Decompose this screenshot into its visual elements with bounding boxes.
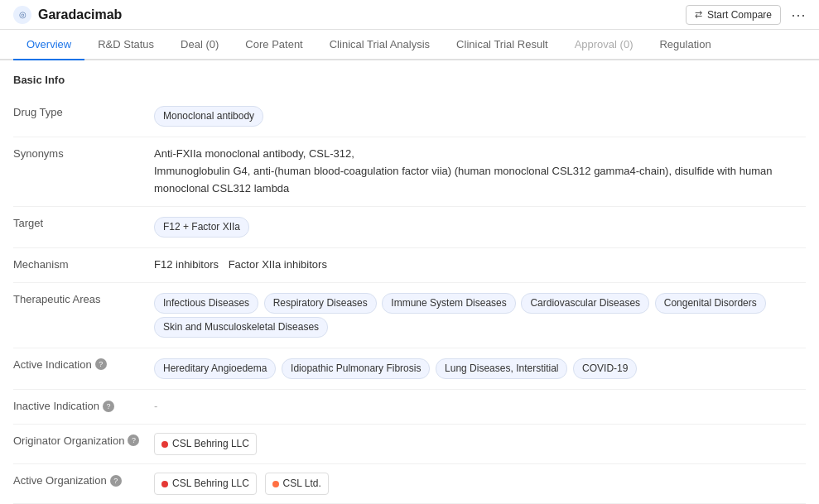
app-logo: ◎: [13, 6, 31, 24]
synonyms-row: Synonyms Anti-FXIIa monoclonal antibody,…: [13, 137, 806, 206]
mechanism-item-1: F12 inhibitors: [154, 258, 219, 271]
header-left: ◎ Garadacimab: [13, 6, 122, 24]
app-header: ◎ Garadacimab ⇄ Start Compare ⋯: [0, 0, 819, 30]
synonyms-value: Anti-FXIIa monoclonal antibody, CSL-312,…: [154, 146, 806, 197]
active-indication-label: Active Indication ?: [13, 357, 154, 371]
therapeutic-areas-row: Therapeutic Areas Infectious Diseases Re…: [13, 283, 806, 348]
originator-org-name-1: CSL Behring LLC: [172, 436, 249, 452]
originator-org-value: CSL Behring LLC: [154, 433, 806, 455]
therapeutic-area-tag-1[interactable]: Infectious Diseases: [154, 293, 258, 314]
originator-org-help-icon[interactable]: ?: [128, 434, 139, 446]
tab-core-patent[interactable]: Core Patent: [232, 30, 316, 60]
active-org-value: CSL Behring LLC CSL Ltd.: [154, 473, 806, 495]
therapeutic-area-tag-3[interactable]: Immune System Diseases: [382, 293, 515, 314]
nav-tabs: Overview R&D Status Deal (0) Core Patent…: [0, 30, 819, 60]
inactive-indication-label: Inactive Indication ?: [13, 398, 154, 412]
therapeutic-area-tag-2[interactable]: Respiratory Diseases: [264, 293, 377, 314]
org-dot-red: [161, 441, 168, 448]
synonyms-line1: Anti-FXIIa monoclonal antibody, CSL-312,: [154, 146, 806, 163]
active-indication-value: Hereditary Angioedema Idiopathic Pulmona…: [154, 357, 806, 381]
target-row: Target F12 + Factor XIIa: [13, 207, 806, 248]
therapeutic-area-tag-5[interactable]: Congenital Disorders: [655, 293, 766, 314]
tab-regulation[interactable]: Regulation: [646, 30, 724, 60]
basic-info-title: Basic Info: [13, 74, 806, 86]
active-indication-row: Active Indication ? Hereditary Angioedem…: [13, 348, 806, 390]
drug-name: Garadacimab: [38, 7, 122, 22]
active-org-name-2: CSL Ltd.: [283, 476, 321, 492]
tab-approval: Approval (0): [561, 30, 647, 60]
org-dot-red-2: [161, 481, 168, 487]
target-tag: F12 + Factor XIIa: [154, 217, 249, 238]
inactive-indication-help-icon[interactable]: ?: [103, 401, 114, 412]
therapeutic-area-tag-4[interactable]: Cardiovascular Diseases: [521, 293, 649, 314]
therapeutic-areas-label: Therapeutic Areas: [13, 291, 154, 305]
indication-tag-3[interactable]: Lung Diseases, Interstitial: [436, 358, 567, 379]
active-org-badge-2[interactable]: CSL Ltd.: [265, 473, 329, 495]
synonyms-label: Synonyms: [13, 146, 154, 160]
synonyms-line2: Immunoglobulin G4, anti-(human blood-coa…: [154, 163, 806, 198]
active-org-name-1: CSL Behring LLC: [172, 476, 249, 492]
drug-type-label: Drug Type: [13, 104, 154, 118]
menu-icon[interactable]: ⋯: [791, 6, 806, 24]
drug-type-tag: Monoclonal antibody: [154, 106, 263, 127]
inactive-indication-row: Inactive Indication ? -: [13, 390, 806, 425]
tab-rd-status[interactable]: R&D Status: [84, 30, 167, 60]
active-indication-help-icon[interactable]: ?: [95, 358, 107, 370]
inactive-indication-value: -: [154, 398, 806, 415]
mechanism-value: F12 inhibitors Factor XIIa inhibitors: [154, 257, 806, 274]
active-org-row: Active Organization ? CSL Behring LLC CS…: [13, 464, 806, 504]
logo-icon: ◎: [19, 10, 26, 19]
tab-deal[interactable]: Deal (0): [167, 30, 232, 60]
active-org-label: Active Organization ?: [13, 473, 154, 487]
originator-org-badge-1[interactable]: CSL Behring LLC: [154, 433, 257, 455]
therapeutic-area-tag-6[interactable]: Skin and Musculoskeletal Diseases: [154, 317, 328, 338]
originator-org-label: Originator Organization ?: [13, 433, 154, 447]
drug-type-row: Drug Type Monoclonal antibody: [13, 96, 806, 137]
active-org-badge-1[interactable]: CSL Behring LLC: [154, 473, 257, 495]
mechanism-row: Mechanism F12 inhibitors Factor XIIa inh…: [13, 248, 806, 283]
tab-overview[interactable]: Overview: [13, 30, 84, 60]
target-label: Target: [13, 215, 154, 229]
org-dot-orange: [272, 481, 279, 487]
active-org-help-icon[interactable]: ?: [110, 475, 122, 487]
tab-clinical-trial-analysis[interactable]: Clinical Trial Analysis: [316, 30, 443, 60]
target-value: F12 + Factor XIIa: [154, 215, 806, 239]
indication-tag-4[interactable]: COVID-19: [573, 358, 637, 379]
main-content: Basic Info Drug Type Monoclonal antibody…: [0, 60, 819, 504]
mechanism-item-2: Factor XIIa inhibitors: [229, 258, 327, 271]
mechanism-label: Mechanism: [13, 257, 154, 271]
originator-org-row: Originator Organization ? CSL Behring LL…: [13, 425, 806, 464]
start-compare-label: Start Compare: [707, 9, 772, 21]
compare-icon: ⇄: [695, 9, 702, 20]
start-compare-button[interactable]: ⇄ Start Compare: [686, 5, 781, 25]
header-right: ⇄ Start Compare ⋯: [686, 5, 806, 25]
indication-tag-2[interactable]: Idiopathic Pulmonary Fibrosis: [282, 358, 430, 379]
therapeutic-areas-value: Infectious Diseases Respiratory Diseases…: [154, 291, 806, 339]
indication-tag-1[interactable]: Hereditary Angioedema: [154, 358, 276, 379]
drug-type-value: Monoclonal antibody: [154, 104, 806, 128]
tab-clinical-trial-result[interactable]: Clinical Trial Result: [443, 30, 561, 60]
